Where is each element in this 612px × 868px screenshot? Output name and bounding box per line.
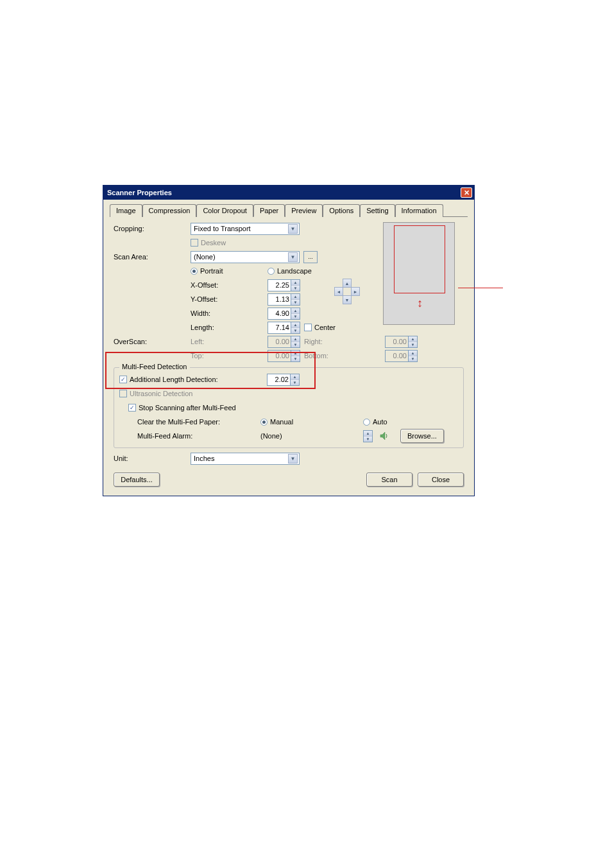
paper-tab-content: ↕ Cropping: Fixed to Transport ▼ Deskew xyxy=(110,222,468,465)
crop-rectangle[interactable] xyxy=(394,225,445,293)
scan-area-value: (None) xyxy=(194,253,216,261)
callout-line xyxy=(458,288,503,288)
center-checkbox[interactable]: Center xyxy=(304,324,336,331)
x-offset-input[interactable] xyxy=(268,279,291,291)
spin-up-icon[interactable]: ▲ xyxy=(291,374,299,380)
length-input[interactable] xyxy=(268,322,291,334)
spin-down-icon[interactable]: ▼ xyxy=(291,314,300,319)
spin-down-icon: ▼ xyxy=(291,342,300,347)
tab-compression[interactable]: Compression xyxy=(142,204,197,217)
width-input[interactable] xyxy=(268,308,291,320)
svg-marker-0 xyxy=(380,432,385,440)
additional-length-input[interactable] xyxy=(267,374,290,386)
spin-up-icon: ▲ xyxy=(409,351,417,356)
spin-up-icon: ▲ xyxy=(409,336,417,342)
spin-up-icon[interactable]: ▲ xyxy=(291,322,300,328)
portrait-radio[interactable]: Portrait xyxy=(191,267,268,275)
multi-feed-legend: Multi-Feed Detection xyxy=(119,363,190,370)
spin-up-icon: ▲ xyxy=(291,351,300,356)
additional-length-checkbox[interactable]: Additional Length Detection: xyxy=(119,376,267,383)
page-preview: ↕ xyxy=(383,222,455,325)
arrow-right-icon[interactable]: ► xyxy=(351,287,360,296)
unit-value: Inches xyxy=(194,455,214,462)
tab-information[interactable]: Information xyxy=(395,204,443,217)
unit-label: Unit: xyxy=(114,455,191,462)
tab-image[interactable]: Image xyxy=(110,204,142,217)
deskew-label: Deskew xyxy=(201,239,226,247)
spin-up-icon[interactable]: ▲ xyxy=(291,294,300,300)
dialog-body: Image Compression Color Dropout Paper Pr… xyxy=(103,200,474,496)
spin-down-icon[interactable]: ▼ xyxy=(291,286,300,291)
manual-radio[interactable]: Manual xyxy=(260,418,363,426)
tab-setting[interactable]: Setting xyxy=(360,204,395,217)
ultrasonic-row: Ultrasonic Detection xyxy=(119,387,458,400)
additional-length-spinner[interactable]: ▲▼ xyxy=(267,374,300,386)
speaker-icon[interactable] xyxy=(378,430,390,442)
ultrasonic-label: Ultrasonic Detection xyxy=(130,390,192,397)
arrow-left-icon[interactable]: ◄ xyxy=(334,287,343,296)
stop-scanning-row: Stop Scanning after Multi-Feed xyxy=(128,401,458,414)
unit-row: Unit: Inches ▼ xyxy=(114,452,464,465)
alarm-spinner[interactable]: ▲▼ xyxy=(363,430,376,442)
additional-length-label: Additional Length Detection: xyxy=(130,376,218,383)
top-input xyxy=(268,350,291,362)
dialog-footer: Defaults... Scan Close xyxy=(110,466,468,489)
y-offset-spinner[interactable]: ▲▼ xyxy=(268,293,300,306)
spin-down-icon[interactable]: ▼ xyxy=(291,380,299,385)
tab-color-dropout[interactable]: Color Dropout xyxy=(196,204,253,217)
scan-area-more-button[interactable]: ... xyxy=(303,251,318,263)
spin-up-icon: ▲ xyxy=(291,336,300,342)
scan-area-combo[interactable]: (None) ▼ xyxy=(191,251,300,263)
spin-up-icon[interactable]: ▲ xyxy=(291,280,300,286)
tab-preview[interactable]: Preview xyxy=(285,204,323,217)
alarm-label: Multi-Feed Alarm: xyxy=(137,432,260,440)
multi-feed-group: Multi-Feed Detection Additional Length D… xyxy=(114,367,464,448)
spin-down-icon: ▼ xyxy=(409,342,417,347)
auto-radio[interactable]: Auto xyxy=(363,418,387,426)
scan-area-label: Scan Area: xyxy=(114,253,191,261)
browse-button[interactable]: Browse... xyxy=(400,429,444,443)
spin-down-icon[interactable]: ▼ xyxy=(291,328,300,333)
cropping-label: Cropping: xyxy=(114,225,191,232)
spin-up-icon[interactable]: ▲ xyxy=(291,308,300,314)
window-title: Scanner Properties xyxy=(107,189,461,196)
y-offset-input[interactable] xyxy=(268,293,291,306)
clear-multifed-row: Clear the Multi-Fed Paper: Manual Auto xyxy=(137,415,458,428)
left-spinner: ▲▼ xyxy=(268,336,300,348)
width-spinner[interactable]: ▲▼ xyxy=(268,308,300,320)
spin-down-icon[interactable]: ▼ xyxy=(291,300,300,305)
length-label: Length: xyxy=(191,324,241,331)
spin-down-icon[interactable]: ▼ xyxy=(364,437,372,442)
length-arrow-icon: ↕ xyxy=(417,297,425,315)
landscape-radio[interactable]: Landscape xyxy=(268,267,312,275)
tab-paper[interactable]: Paper xyxy=(253,204,285,217)
arrow-down-icon[interactable]: ▼ xyxy=(343,295,352,304)
bottom-label: Bottom: xyxy=(300,352,339,360)
overscan-row: OverScan: Left: ▲▼ Right: ▲▼ xyxy=(114,335,464,348)
spin-down-icon: ▼ xyxy=(409,356,417,361)
bottom-spinner: ▲▼ xyxy=(385,350,418,362)
spin-down-icon: ▼ xyxy=(291,356,300,361)
auto-label: Auto xyxy=(373,418,387,426)
scanner-properties-dialog: Scanner Properties ✕ Image Compression C… xyxy=(103,185,475,496)
length-spinner[interactable]: ▲▼ xyxy=(268,322,300,334)
titlebar: Scanner Properties ✕ xyxy=(103,186,474,200)
chevron-down-icon: ▼ xyxy=(288,454,298,464)
arrow-up-icon[interactable]: ▲ xyxy=(343,279,352,288)
alarm-value: (None) xyxy=(260,432,363,440)
unit-combo[interactable]: Inches ▼ xyxy=(191,453,300,465)
right-spinner: ▲▼ xyxy=(385,336,418,348)
stop-scanning-checkbox[interactable]: Stop Scanning after Multi-Feed xyxy=(128,404,236,412)
x-offset-spinner[interactable]: ▲▼ xyxy=(268,279,300,291)
close-icon[interactable]: ✕ xyxy=(461,187,472,198)
portrait-label: Portrait xyxy=(200,267,223,275)
cropping-combo[interactable]: Fixed to Transport ▼ xyxy=(191,223,300,235)
right-input xyxy=(385,336,408,348)
manual-label: Manual xyxy=(270,418,293,426)
scan-button[interactable]: Scan xyxy=(366,473,412,487)
tab-strip: Image Compression Color Dropout Paper Pr… xyxy=(110,204,468,217)
close-button[interactable]: Close xyxy=(418,473,464,487)
spin-up-icon[interactable]: ▲ xyxy=(364,431,372,437)
tab-options[interactable]: Options xyxy=(323,204,360,217)
defaults-button[interactable]: Defaults... xyxy=(114,473,160,487)
